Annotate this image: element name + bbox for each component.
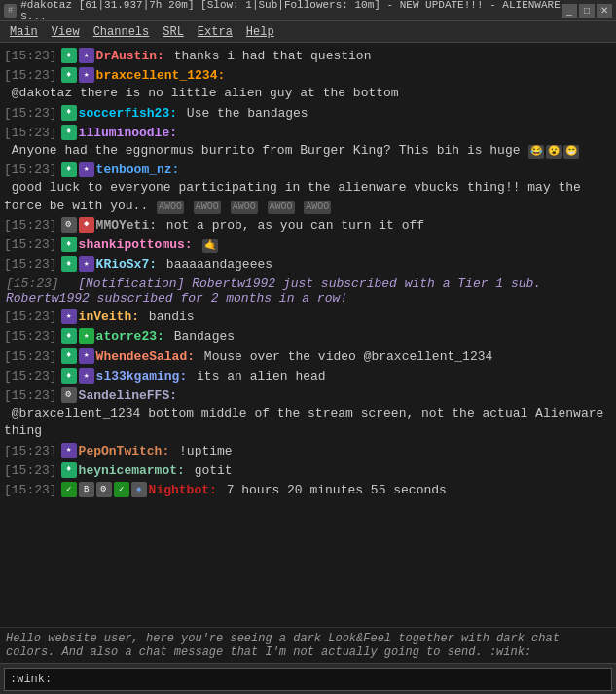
badge-list: ★: [61, 443, 77, 458]
list-item: [15:23] ♦ illuminoodle: Anyone had the e…: [2, 124, 614, 161]
timestamp: [15:23]: [4, 309, 57, 326]
badge-list: ♦: [61, 237, 77, 252]
timestamp: [15:23]: [4, 125, 57, 142]
moderator-badge: ♦: [61, 328, 77, 344]
list-item: [15:23] ♦ heynicemarmot: gotit: [2, 461, 614, 481]
chat-message: not a prob, as you can turn it off: [159, 217, 424, 235]
chat-message: good luck to everyone participating in t…: [4, 179, 612, 214]
list-item: [15:23] ♦ ★ KRioSx7: baaaaandageees: [2, 255, 614, 274]
moderator-badge: ♦: [61, 105, 77, 121]
moderator-badge: ♦: [61, 48, 77, 63]
username: atorre23:: [96, 328, 164, 346]
list-item: [15:23] ★ inVeith: bandis: [2, 308, 614, 327]
titlebar-left: # #dakotaz [61|31.937|7h 20m] [Slow: 1|S…: [4, 0, 562, 22]
subscriber-badge: ★: [79, 368, 94, 384]
list-item: [15:23] ✓ B ⚙ ✓ ◈ Nightbot: 7 hours 20 m…: [2, 481, 614, 500]
gear-badge: ⚙: [61, 217, 77, 233]
badge-list: ♦ ★: [61, 256, 94, 272]
list-item: [15:23] ⚙ ◆ MMOYeti: not a prob, as you …: [2, 216, 614, 236]
menu-help[interactable]: Help: [240, 24, 280, 40]
bot-badge: B: [79, 482, 94, 497]
timestamp: [15:23]: [4, 443, 57, 460]
window-title: #dakotaz [61|31.937|7h 20m] [Slow: 1|Sub…: [20, 0, 562, 22]
gear-badge: ⚙: [96, 482, 112, 497]
list-item: [15:23] ★ PepOnTwitch: !uptime: [2, 442, 614, 461]
list-item: [15:23] ⚙ SandelineFFS: @braxcellent_123…: [2, 386, 614, 442]
list-item: [15:23] ♦ shankipottomus: 🤙: [2, 236, 614, 255]
list-item: [15:23] ♦ ★ sl33kgaming: its an alien he…: [2, 367, 614, 386]
chat-message: Mouse over the video @braxcellent_1234: [197, 348, 492, 366]
timestamp: [15:23]: [4, 217, 57, 235]
emote: 😂: [528, 145, 544, 159]
menubar: Main View Channels SRL Extra Help: [0, 21, 616, 43]
subscriber-badge: ★: [61, 309, 77, 324]
menu-srl[interactable]: SRL: [157, 24, 190, 40]
chat-message: @braxcellent_1234 bottom middle of the s…: [4, 405, 612, 440]
chat-message: Anyone had the eggnormus burrito from Bu…: [4, 142, 580, 160]
chat-message: 7 hours 20 minutes 55 seconds: [219, 482, 447, 499]
app-icon: #: [4, 4, 17, 18]
emote: 🤙: [202, 239, 218, 253]
moderator-badge: ♦: [61, 256, 77, 272]
timestamp: [15:23]: [4, 67, 57, 85]
timestamp: [15:23]: [6, 276, 59, 291]
maximize-button[interactable]: □: [579, 4, 595, 18]
timestamp: [15:23]: [4, 256, 57, 274]
close-button[interactable]: ✕: [597, 4, 612, 18]
timestamp: [15:23]: [4, 328, 57, 346]
emote: AWOO: [194, 201, 221, 214]
badge-list: ♦ ★: [61, 48, 94, 63]
subscriber-badge: ★: [79, 67, 94, 83]
emote: AWOO: [268, 201, 295, 214]
username: DrAustin:: [96, 48, 164, 65]
username: KRioSx7:: [96, 256, 157, 274]
timestamp: [15:23]: [4, 48, 57, 65]
menu-channels[interactable]: Channels: [88, 24, 156, 40]
check2-badge: ✓: [114, 482, 129, 497]
moderator-badge: ♦: [61, 348, 77, 364]
notification-line: [15:23] [Notification] Robertw1992 just …: [2, 274, 614, 308]
list-item: [15:23] ♦ ★ braxcellent_1234: @dakotaz t…: [2, 66, 614, 103]
subscriber-badge: ★: [79, 348, 94, 364]
subscriber-badge: ★: [79, 48, 94, 63]
chat-input[interactable]: [4, 668, 612, 691]
diamond-badge: ◆: [79, 217, 94, 233]
username: soccerfish23:: [79, 105, 177, 123]
badge-list: ⚙ ◆: [61, 217, 94, 233]
badge-list: ♦ ★: [61, 348, 94, 364]
chat-message: !uptime: [171, 443, 232, 460]
bottom-message: Hello website user, here you're seeing a…: [6, 632, 560, 659]
chat-message: thanks i had that question: [166, 48, 372, 65]
subscriber-badge: ★: [79, 256, 94, 272]
timestamp: [15:23]: [4, 462, 57, 480]
titlebar: # #dakotaz [61|31.937|7h 20m] [Slow: 1|S…: [0, 0, 616, 21]
badge-list: ✓ B ⚙ ✓ ◈: [61, 482, 147, 497]
username: WhendeeSalad:: [96, 348, 195, 366]
moderator-badge: ♦: [61, 462, 77, 478]
badge-list: ♦ ★: [61, 328, 94, 344]
moderator-badge: ♦: [61, 368, 77, 384]
username: PepOnTwitch:: [79, 443, 170, 460]
menu-extra[interactable]: Extra: [192, 24, 238, 40]
check-badge: ✓: [61, 482, 77, 497]
list-item: [15:23] ♦ ★ WhendeeSalad: Mouse over the…: [2, 347, 614, 367]
username: Nightbot:: [149, 482, 217, 499]
emote: AWOO: [157, 201, 184, 214]
emote: 😁: [563, 145, 579, 159]
timestamp: [15:23]: [4, 237, 57, 254]
username: shankipottomus:: [79, 237, 193, 254]
menu-view[interactable]: View: [46, 24, 86, 40]
timestamp: [15:23]: [4, 105, 57, 123]
username: SandelineFFS:: [79, 387, 177, 405]
minimize-button[interactable]: _: [562, 4, 577, 18]
timestamp: [15:23]: [4, 162, 57, 179]
notification-message: [Notification] Robertw1992 just subscrib…: [6, 276, 541, 306]
chat-message: its an alien head: [189, 368, 325, 385]
timestamp: [15:23]: [4, 482, 57, 499]
timestamp: [15:23]: [4, 387, 57, 405]
username: illuminoodle:: [79, 125, 177, 142]
badge-list: ♦: [61, 105, 77, 121]
subscriber-badge: ★: [79, 328, 94, 344]
timestamp: [15:23]: [4, 368, 57, 385]
menu-main[interactable]: Main: [4, 24, 44, 40]
